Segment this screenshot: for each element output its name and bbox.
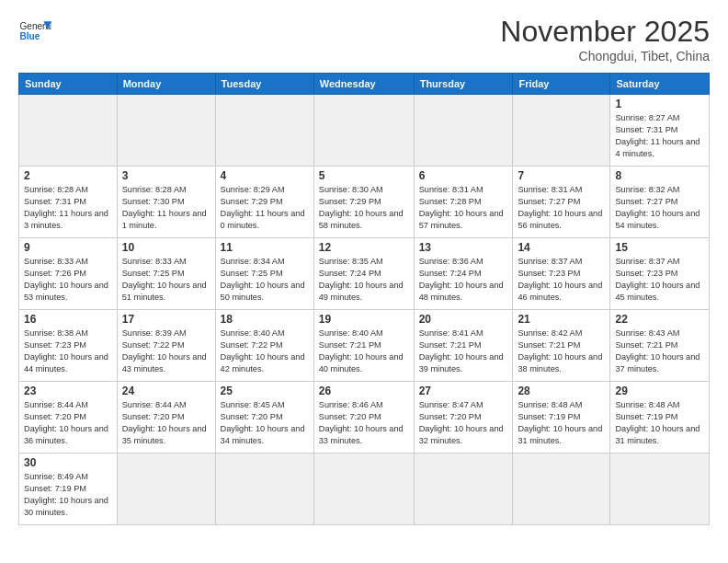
calendar-cell bbox=[414, 95, 513, 167]
day-number: 5 bbox=[319, 169, 409, 182]
col-thursday: Thursday bbox=[414, 74, 513, 95]
day-number: 13 bbox=[419, 241, 508, 254]
calendar-cell bbox=[513, 454, 610, 525]
calendar-cell: 30Sunrise: 8:49 AM Sunset: 7:19 PM Dayli… bbox=[19, 454, 118, 525]
day-number: 7 bbox=[518, 169, 605, 182]
calendar-cell: 19Sunrise: 8:40 AM Sunset: 7:21 PM Dayli… bbox=[313, 310, 414, 382]
page-header: General Blue November 2025 Chongdui, Tib… bbox=[18, 15, 710, 63]
calendar-cell: 20Sunrise: 8:41 AM Sunset: 7:21 PM Dayli… bbox=[414, 310, 513, 382]
calendar-cell bbox=[414, 454, 513, 525]
calendar-cell bbox=[610, 454, 710, 525]
day-info: Sunrise: 8:28 AM Sunset: 7:30 PM Dayligh… bbox=[122, 184, 210, 232]
day-info: Sunrise: 8:37 AM Sunset: 7:23 PM Dayligh… bbox=[615, 256, 704, 304]
calendar-cell bbox=[313, 95, 414, 167]
day-info: Sunrise: 8:31 AM Sunset: 7:27 PM Dayligh… bbox=[518, 184, 605, 232]
day-number: 6 bbox=[419, 169, 508, 182]
col-sunday: Sunday bbox=[19, 74, 118, 95]
day-number: 27 bbox=[419, 385, 508, 397]
calendar-cell: 6Sunrise: 8:31 AM Sunset: 7:28 PM Daylig… bbox=[414, 167, 513, 238]
calendar-cell: 27Sunrise: 8:47 AM Sunset: 7:20 PM Dayli… bbox=[414, 382, 513, 454]
day-number: 23 bbox=[24, 385, 112, 397]
calendar-header-row: Sunday Monday Tuesday Wednesday Thursday… bbox=[19, 74, 710, 95]
day-number: 14 bbox=[518, 241, 605, 254]
calendar-cell: 22Sunrise: 8:43 AM Sunset: 7:21 PM Dayli… bbox=[610, 310, 710, 382]
calendar-cell: 18Sunrise: 8:40 AM Sunset: 7:22 PM Dayli… bbox=[215, 310, 313, 382]
calendar-cell: 2Sunrise: 8:28 AM Sunset: 7:31 PM Daylig… bbox=[19, 167, 118, 238]
col-tuesday: Tuesday bbox=[215, 74, 313, 95]
calendar-cell: 16Sunrise: 8:38 AM Sunset: 7:23 PM Dayli… bbox=[19, 310, 118, 382]
day-info: Sunrise: 8:49 AM Sunset: 7:19 PM Dayligh… bbox=[24, 471, 112, 519]
location-subtitle: Chongdui, Tibet, China bbox=[500, 49, 710, 63]
day-info: Sunrise: 8:28 AM Sunset: 7:31 PM Dayligh… bbox=[24, 184, 112, 232]
calendar-cell: 29Sunrise: 8:48 AM Sunset: 7:19 PM Dayli… bbox=[610, 382, 710, 454]
day-info: Sunrise: 8:46 AM Sunset: 7:20 PM Dayligh… bbox=[319, 399, 409, 447]
day-info: Sunrise: 8:47 AM Sunset: 7:20 PM Dayligh… bbox=[419, 399, 508, 447]
calendar-cell: 17Sunrise: 8:39 AM Sunset: 7:22 PM Dayli… bbox=[117, 310, 215, 382]
day-info: Sunrise: 8:48 AM Sunset: 7:19 PM Dayligh… bbox=[615, 399, 704, 447]
day-number: 17 bbox=[122, 313, 210, 326]
day-number: 22 bbox=[615, 313, 704, 326]
col-wednesday: Wednesday bbox=[313, 74, 414, 95]
day-info: Sunrise: 8:34 AM Sunset: 7:25 PM Dayligh… bbox=[221, 256, 309, 304]
day-number: 25 bbox=[221, 385, 309, 397]
calendar-cell: 12Sunrise: 8:35 AM Sunset: 7:24 PM Dayli… bbox=[313, 238, 414, 310]
calendar-cell: 13Sunrise: 8:36 AM Sunset: 7:24 PM Dayli… bbox=[414, 238, 513, 310]
day-info: Sunrise: 8:48 AM Sunset: 7:19 PM Dayligh… bbox=[518, 399, 605, 447]
day-number: 11 bbox=[221, 241, 309, 254]
day-info: Sunrise: 8:32 AM Sunset: 7:27 PM Dayligh… bbox=[615, 184, 704, 232]
title-block: November 2025 Chongdui, Tibet, China bbox=[500, 15, 710, 63]
calendar-cell: 11Sunrise: 8:34 AM Sunset: 7:25 PM Dayli… bbox=[215, 238, 313, 310]
calendar-cell: 24Sunrise: 8:44 AM Sunset: 7:20 PM Dayli… bbox=[117, 382, 215, 454]
day-number: 4 bbox=[221, 169, 309, 182]
calendar-cell: 23Sunrise: 8:44 AM Sunset: 7:20 PM Dayli… bbox=[19, 382, 118, 454]
calendar-table: Sunday Monday Tuesday Wednesday Thursday… bbox=[18, 73, 710, 525]
day-info: Sunrise: 8:27 AM Sunset: 7:31 PM Dayligh… bbox=[615, 112, 704, 160]
day-info: Sunrise: 8:44 AM Sunset: 7:20 PM Dayligh… bbox=[122, 399, 210, 447]
calendar-cell: 14Sunrise: 8:37 AM Sunset: 7:23 PM Dayli… bbox=[513, 238, 610, 310]
calendar-cell: 7Sunrise: 8:31 AM Sunset: 7:27 PM Daylig… bbox=[513, 167, 610, 238]
day-info: Sunrise: 8:43 AM Sunset: 7:21 PM Dayligh… bbox=[615, 327, 704, 375]
day-number: 19 bbox=[319, 313, 409, 326]
calendar-cell: 9Sunrise: 8:33 AM Sunset: 7:26 PM Daylig… bbox=[19, 238, 118, 310]
calendar-cell: 21Sunrise: 8:42 AM Sunset: 7:21 PM Dayli… bbox=[513, 310, 610, 382]
day-info: Sunrise: 8:42 AM Sunset: 7:21 PM Dayligh… bbox=[518, 327, 605, 375]
day-number: 18 bbox=[221, 313, 309, 326]
day-info: Sunrise: 8:37 AM Sunset: 7:23 PM Dayligh… bbox=[518, 256, 605, 304]
day-number: 2 bbox=[24, 169, 112, 182]
day-info: Sunrise: 8:33 AM Sunset: 7:26 PM Dayligh… bbox=[24, 256, 112, 304]
day-number: 30 bbox=[24, 456, 112, 469]
logo: General Blue bbox=[18, 15, 51, 48]
calendar-cell: 4Sunrise: 8:29 AM Sunset: 7:29 PM Daylig… bbox=[215, 167, 313, 238]
calendar-cell: 15Sunrise: 8:37 AM Sunset: 7:23 PM Dayli… bbox=[610, 238, 710, 310]
day-info: Sunrise: 8:33 AM Sunset: 7:25 PM Dayligh… bbox=[122, 256, 210, 304]
day-number: 1 bbox=[615, 98, 704, 110]
day-info: Sunrise: 8:44 AM Sunset: 7:20 PM Dayligh… bbox=[24, 399, 112, 447]
calendar-cell bbox=[313, 454, 414, 525]
calendar-cell: 1Sunrise: 8:27 AM Sunset: 7:31 PM Daylig… bbox=[610, 95, 710, 167]
calendar-cell: 5Sunrise: 8:30 AM Sunset: 7:29 PM Daylig… bbox=[313, 167, 414, 238]
day-info: Sunrise: 8:39 AM Sunset: 7:22 PM Dayligh… bbox=[122, 327, 210, 375]
calendar-cell: 10Sunrise: 8:33 AM Sunset: 7:25 PM Dayli… bbox=[117, 238, 215, 310]
logo-icon: General Blue bbox=[18, 15, 51, 48]
day-number: 15 bbox=[615, 241, 704, 254]
day-number: 9 bbox=[24, 241, 112, 254]
calendar-cell: 8Sunrise: 8:32 AM Sunset: 7:27 PM Daylig… bbox=[610, 167, 710, 238]
day-info: Sunrise: 8:45 AM Sunset: 7:20 PM Dayligh… bbox=[221, 399, 309, 447]
calendar-cell bbox=[215, 95, 313, 167]
day-info: Sunrise: 8:36 AM Sunset: 7:24 PM Dayligh… bbox=[419, 256, 508, 304]
month-title: November 2025 bbox=[500, 15, 710, 49]
day-info: Sunrise: 8:40 AM Sunset: 7:22 PM Dayligh… bbox=[221, 327, 309, 375]
day-number: 24 bbox=[122, 385, 210, 397]
day-number: 12 bbox=[319, 241, 409, 254]
col-friday: Friday bbox=[513, 74, 610, 95]
day-info: Sunrise: 8:35 AM Sunset: 7:24 PM Dayligh… bbox=[319, 256, 409, 304]
day-number: 3 bbox=[122, 169, 210, 182]
day-number: 8 bbox=[615, 169, 704, 182]
calendar-cell bbox=[117, 454, 215, 525]
day-number: 28 bbox=[518, 385, 605, 397]
calendar-cell: 25Sunrise: 8:45 AM Sunset: 7:20 PM Dayli… bbox=[215, 382, 313, 454]
svg-text:Blue: Blue bbox=[19, 31, 40, 41]
col-monday: Monday bbox=[117, 74, 215, 95]
day-number: 10 bbox=[122, 241, 210, 254]
day-number: 21 bbox=[518, 313, 605, 326]
